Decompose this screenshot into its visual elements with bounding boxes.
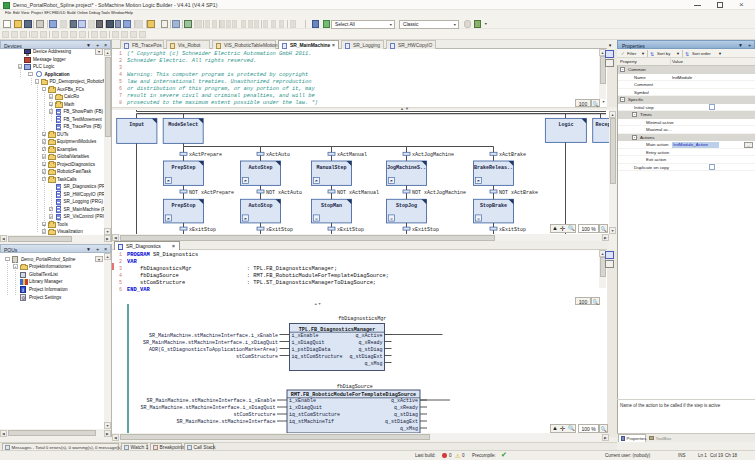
svg-text:iq_stComStructure: iq_stComStructure (292, 354, 343, 360)
svg-text:xExitStop: xExitStop (499, 227, 526, 233)
svg-text:xExitStop: xExitStop (412, 227, 439, 233)
svg-text:Logic: Logic (558, 122, 573, 128)
svg-text:q_stDiagExt: q_stDiagExt (349, 354, 382, 360)
svg-text:q_xMsg: q_xMsg (400, 426, 418, 432)
svg-text:iq_stMachineTif: iq_stMachineTif (289, 419, 334, 425)
svg-text:AutoStop: AutoStop (248, 203, 272, 209)
svg-text:xActJogMachine: xActJogMachine (412, 152, 454, 158)
svg-text:q_xActive: q_xActive (355, 333, 382, 339)
svg-text:ManualStep: ManualStep (316, 165, 346, 171)
svg-text:PrepStop: PrepStop (171, 203, 195, 209)
svg-text:q_xReady: q_xReady (358, 340, 382, 346)
svg-text:xActBrake: xActBrake (499, 152, 526, 158)
svg-text:ADR(G_stDiagnosticsToApplicati: ADR(G_stDiagnosticsToApplicationMarkerAr… (149, 347, 278, 353)
svg-text:NOT xActManual: NOT xActManual (337, 190, 379, 196)
svg-text:fbDiagSource: fbDiagSource (337, 384, 373, 390)
svg-text:q_xMsg: q_xMsg (364, 361, 382, 367)
svg-text:i_xEnable: i_xEnable (292, 333, 319, 339)
svg-text:iq_stComStructure: iq_stComStructure (289, 412, 340, 418)
svg-text:SR_MainMachine.stMachineInterf: SR_MainMachine.stMachineInterface.i_xEna… (146, 398, 275, 404)
svg-text:xExitStop: xExitStop (337, 227, 364, 233)
svg-text:NOT xActPrepare: NOT xActPrepare (189, 190, 234, 196)
svg-text:i_xDiagQuit: i_xDiagQuit (292, 340, 325, 346)
svg-text:StopBrake: StopBrake (480, 203, 507, 209)
svg-text:NOT xActBrake: NOT xActBrake (499, 190, 538, 196)
svg-text:xActPrepare: xActPrepare (189, 152, 222, 158)
svg-text:i_pstDiagData: i_pstDiagData (292, 347, 331, 353)
svg-text:AutoStep: AutoStep (248, 165, 272, 171)
svg-text:q_stDiag: q_stDiag (394, 412, 418, 418)
svg-text:q_xActive: q_xActive (391, 398, 418, 404)
svg-text:NOT xActJogMachine: NOT xActJogMachine (412, 190, 466, 196)
svg-text:PrepStep: PrepStep (171, 165, 195, 171)
svg-text:StopJog: StopJog (396, 203, 417, 209)
svg-text:ModeSelect: ModeSelect (168, 122, 198, 128)
svg-text:Recep: Recep (596, 122, 610, 128)
svg-text:Input: Input (129, 122, 144, 128)
svg-text:fbDiagnosticsMgr: fbDiagnosticsMgr (338, 316, 386, 322)
svg-text:StopMan: StopMan (321, 203, 342, 209)
svg-text:SR_MainMachine.stMachineInterf: SR_MainMachine.stMachineInterface.i_xDia… (140, 405, 275, 411)
svg-text:JogMachineS..: JogMachineS.. (387, 165, 426, 171)
svg-text:q_stDiagExt: q_stDiagExt (385, 419, 418, 425)
svg-text:xExitStop: xExitStop (189, 227, 216, 233)
svg-text:BrakeReleas..: BrakeReleas.. (474, 165, 513, 171)
svg-text:xActAuto: xActAuto (266, 152, 290, 158)
svg-text:SR_MainMachine.stMachineInterf: SR_MainMachine.stMachineInterface.i_xDia… (143, 340, 278, 346)
svg-text:xExitStop: xExitStop (266, 227, 293, 233)
svg-text:SR_MainMachine.stMachineInterf: SR_MainMachine.stMachineInterface.i_xEna… (149, 333, 278, 339)
svg-text:stComStructure: stComStructure (233, 412, 275, 418)
svg-text:i_xEnable: i_xEnable (289, 398, 316, 404)
svg-text:i_xDiagQuit: i_xDiagQuit (289, 405, 322, 411)
svg-text:RMT.FB_RoboticModuleForTemplat: RMT.FB_RoboticModuleForTemplateDiagSourc… (291, 392, 416, 398)
svg-text:q_xReady: q_xReady (394, 405, 418, 411)
svg-text:SR_MainMachine.stMachineInterf: SR_MainMachine.stMachineInterface (176, 419, 275, 425)
svg-text:q_stDiag: q_stDiag (358, 347, 382, 353)
svg-text:xActManual: xActManual (337, 152, 367, 158)
svg-text:NOT xActAuto: NOT xActAuto (266, 190, 302, 196)
svg-text:stComStructure: stComStructure (236, 354, 278, 360)
